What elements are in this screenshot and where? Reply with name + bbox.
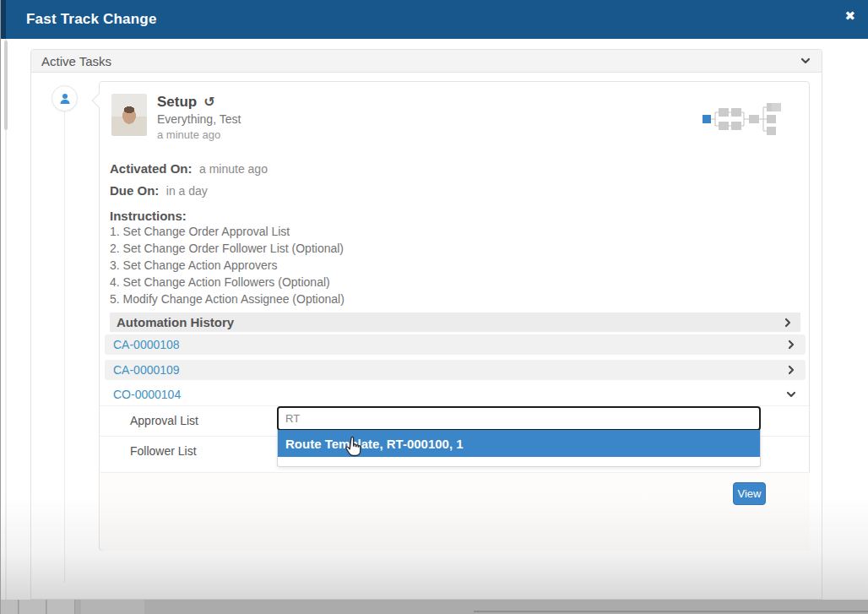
task-timestamp: a minute ago bbox=[157, 128, 241, 141]
chevron-right-icon bbox=[785, 339, 797, 350]
view-section: View bbox=[100, 472, 810, 551]
vertical-scrollbar-thumb[interactable] bbox=[4, 41, 8, 130]
autocomplete-dropdown: Route Template, RT-000100, 1 bbox=[277, 430, 761, 467]
timeline-line bbox=[64, 111, 65, 583]
task-assignee: Everything, Test bbox=[157, 112, 241, 126]
history-row[interactable]: CA-0000108 bbox=[105, 334, 806, 355]
active-tasks-panel: Active Tasks Setup ↺ bbox=[30, 49, 822, 600]
chevron-right-icon bbox=[785, 364, 797, 376]
dropdown-padding bbox=[278, 457, 760, 466]
due-on-label: Due On: bbox=[110, 183, 159, 198]
chevron-down-icon bbox=[800, 55, 811, 67]
timeline-marker bbox=[52, 85, 78, 111]
instruction-item: 4. Set Change Action Followers (Optional… bbox=[110, 274, 701, 291]
background-segment bbox=[81, 600, 144, 614]
view-button[interactable]: View bbox=[733, 482, 766, 505]
instruction-item: 5. Modify Change Action Assignee (Option… bbox=[110, 291, 701, 307]
active-tasks-title: Active Tasks bbox=[41, 54, 111, 68]
instruction-item: 3. Set Change Action Approvers bbox=[110, 257, 701, 274]
approval-list-row: Approval List Route Template, RT-000100,… bbox=[100, 405, 811, 436]
due-on-value: in a day bbox=[166, 184, 208, 198]
instruction-item: 2. Set Change Order Follower List (Optio… bbox=[110, 240, 701, 257]
dropdown-option-route-template[interactable]: Route Template, RT-000100, 1 bbox=[278, 430, 760, 457]
instructions-label: Instructions: bbox=[110, 209, 701, 223]
active-tasks-header[interactable]: Active Tasks bbox=[31, 50, 822, 73]
follower-list-label: Follower List bbox=[100, 437, 277, 472]
activated-on-label: Activated On: bbox=[110, 161, 193, 176]
modal-title: Fast Track Change bbox=[26, 11, 157, 28]
close-icon[interactable]: ✖ bbox=[841, 7, 859, 25]
task-meta: Activated On: a minute ago Due On: in a … bbox=[110, 155, 701, 307]
background-segment bbox=[47, 600, 75, 614]
automation-history-header[interactable]: Automation History bbox=[110, 312, 800, 332]
record-link[interactable]: CO-0000104 bbox=[113, 388, 181, 401]
approval-list-label: Approval List bbox=[100, 406, 277, 436]
background-page-strip bbox=[1, 600, 868, 614]
background-segment bbox=[19, 600, 46, 614]
background-divider bbox=[474, 611, 868, 612]
instruction-item: 1. Set Change Order Approval List bbox=[110, 223, 701, 240]
expanded-record-form: Approval List Route Template, RT-000100,… bbox=[100, 405, 811, 472]
approval-list-input[interactable] bbox=[277, 406, 761, 431]
chevron-down-icon bbox=[785, 389, 797, 400]
workflow-diagram-icon bbox=[701, 102, 782, 136]
task-name: Setup bbox=[157, 94, 197, 111]
record-link[interactable]: CA-0000109 bbox=[113, 363, 180, 377]
automation-history-title: Automation History bbox=[117, 315, 234, 329]
activated-on-value: a minute ago bbox=[199, 162, 268, 176]
modal-header: Fast Track Change ✖ bbox=[1, 0, 868, 39]
assignee-photo bbox=[111, 94, 147, 136]
record-link[interactable]: CA-0000108 bbox=[113, 338, 180, 351]
screen: Fast Track Change ✖ Active Tasks bbox=[0, 0, 868, 614]
task-card: Setup ↺ Everything, Test a minute ago bbox=[99, 81, 810, 551]
person-icon bbox=[58, 92, 72, 106]
chevron-right-icon bbox=[782, 317, 794, 329]
history-row-expanded[interactable]: CO-0000104 bbox=[105, 384, 806, 405]
history-row[interactable]: CA-0000109 bbox=[105, 360, 806, 380]
background-segment bbox=[1, 600, 19, 614]
history-icon[interactable]: ↺ bbox=[203, 94, 214, 110]
